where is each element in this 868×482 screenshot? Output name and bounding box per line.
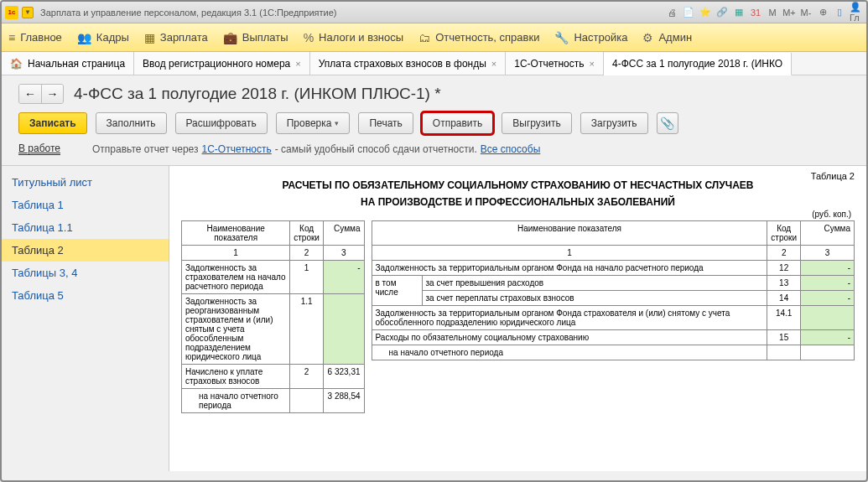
folder-icon: 🗂	[418, 31, 430, 44]
report-table-right: Наименование показателя Код строки Сумма…	[372, 220, 855, 360]
hamburger-icon: ≡	[8, 31, 15, 44]
document-tabs: 🏠Начальная страница Ввод регистрационног…	[2, 52, 866, 75]
sidebar-item[interactable]: Таблицы 3, 4	[2, 262, 169, 284]
toolbar-icon[interactable]: ▯	[833, 6, 846, 19]
export-button[interactable]: Выгрузить	[502, 112, 572, 134]
report-title-1: РАСЧЕТЫ ПО ОБЯЗАТЕЛЬНОМУ СОЦИАЛЬНОМУ СТР…	[215, 179, 821, 191]
action-toolbar: Записать Заполнить Расшифровать Проверка…	[2, 107, 866, 143]
wrench-icon: 🔧	[554, 31, 569, 44]
gear-icon: ⚙	[642, 31, 653, 44]
report-table-left: Наименование показателя Код строки Сумма…	[181, 220, 365, 413]
send-button[interactable]: Отправить	[422, 112, 494, 134]
tab-uplata[interactable]: Уплата страховых взносов в фонды×	[310, 52, 507, 75]
m-minus-button[interactable]: M-	[799, 6, 813, 19]
toolbar-icon[interactable]: 🔗	[715, 6, 729, 19]
content-area: Титульный лист Таблица 1 Таблица 1.1 Таб…	[2, 165, 866, 471]
toolbar-icon[interactable]: ▦	[732, 6, 746, 19]
window-titlebar: 1c ▼ Зарплата и управление персоналом, р…	[2, 2, 866, 23]
menu-nastroika[interactable]: 🔧Настройка	[554, 31, 627, 44]
menu-admin[interactable]: ⚙Админ	[642, 31, 692, 44]
menu-vyplaty[interactable]: 💼Выплаты	[223, 31, 288, 44]
sidebar-item[interactable]: Титульный лист	[2, 171, 169, 194]
menu-main[interactable]: ≡Главное	[8, 31, 62, 44]
unit-label: (руб. коп.)	[185, 210, 851, 219]
tab-home[interactable]: 🏠Начальная страница	[2, 52, 134, 75]
toolbar-icon[interactable]: 📄	[682, 6, 695, 19]
table-badge: Таблица 2	[811, 171, 855, 181]
app-menu-dropdown[interactable]: ▼	[22, 7, 34, 18]
back-button[interactable]: ←	[19, 85, 41, 103]
toolbar-icon[interactable]: ⭐	[699, 6, 712, 19]
sidebar-item-active[interactable]: Таблица 2	[2, 239, 169, 262]
toolbar-icon[interactable]: ⊕	[816, 6, 829, 19]
briefcase-icon: 💼	[223, 31, 237, 44]
menu-kadry[interactable]: 👥Кадры	[77, 31, 129, 44]
m-plus-button[interactable]: M+	[782, 6, 796, 19]
percent-icon: %	[304, 31, 314, 44]
app-icon: 1c	[5, 6, 18, 19]
hint-bar: В работе Отправьте отчет через 1С-Отчетн…	[2, 143, 866, 165]
m-button[interactable]: M	[766, 6, 779, 19]
window-title: Зарплата и управление персоналом, редакц…	[40, 8, 662, 18]
close-icon[interactable]: ×	[491, 59, 496, 69]
chevron-down-icon: ▾	[335, 119, 339, 127]
people-icon: 👥	[77, 31, 91, 44]
report-canvas: Таблица 2 РАСЧЕТЫ ПО ОБЯЗАТЕЛЬНОМУ СОЦИА…	[169, 166, 866, 471]
section-sidebar: Титульный лист Таблица 1 Таблица 1.1 Таб…	[2, 166, 169, 471]
attach-button[interactable]: 📎	[657, 112, 678, 134]
menu-zarplata[interactable]: ▦Зарплата	[144, 31, 208, 44]
forward-button[interactable]: →	[41, 85, 63, 103]
status-label[interactable]: В работе	[18, 143, 60, 155]
check-button[interactable]: Проверка▾	[276, 112, 351, 134]
toolbar-icon[interactable]: 🖨	[665, 6, 678, 19]
main-menu: ≡Главное 👥Кадры ▦Зарплата 💼Выплаты %Нало…	[2, 23, 866, 52]
save-button[interactable]: Записать	[18, 112, 87, 134]
link-all-ways[interactable]: Все способы	[481, 143, 541, 155]
sidebar-item[interactable]: Таблица 1	[2, 194, 169, 216]
menu-otchet[interactable]: 🗂Отчетность, справки	[418, 31, 539, 44]
tab-1c-otchet[interactable]: 1С-Отчетность×	[506, 52, 604, 75]
report-title-2: НА ПРОИЗВОДСТВЕ И ПРОФЕССИОНАЛЬНЫХ ЗАБОЛ…	[215, 196, 821, 208]
sidebar-item[interactable]: Таблица 1.1	[2, 216, 169, 239]
link-1c-otchet[interactable]: 1С-Отчетность	[202, 143, 272, 155]
menu-nalogi[interactable]: %Налоги и взносы	[304, 31, 404, 44]
page-header: ← → 4-ФСС за 1 полугодие 2018 г. (ИНКОМ …	[2, 75, 866, 107]
print-button[interactable]: Печать	[358, 112, 413, 134]
import-button[interactable]: Загрузить	[580, 112, 648, 134]
nav-buttons: ← →	[18, 84, 64, 104]
page-title: 4-ФСС за 1 полугодие 2018 г. (ИНКОМ ПЛЮС…	[74, 85, 441, 103]
toolbar-icon[interactable]: 31	[749, 6, 762, 19]
calc-icon: ▦	[144, 31, 155, 44]
toolbar-icon[interactable]: 👤Гл	[850, 6, 863, 19]
tab-reg[interactable]: Ввод регистрационного номера×	[134, 52, 310, 75]
tab-4fss[interactable]: 4-ФСС за 1 полугодие 2018 г. (ИНКО	[604, 53, 792, 75]
home-icon: 🏠	[10, 58, 23, 70]
close-icon[interactable]: ×	[295, 59, 300, 69]
fill-button[interactable]: Заполнить	[96, 112, 167, 134]
decode-button[interactable]: Расшифровать	[175, 112, 268, 134]
sidebar-item[interactable]: Таблица 5	[2, 284, 169, 307]
close-icon[interactable]: ×	[590, 59, 595, 69]
